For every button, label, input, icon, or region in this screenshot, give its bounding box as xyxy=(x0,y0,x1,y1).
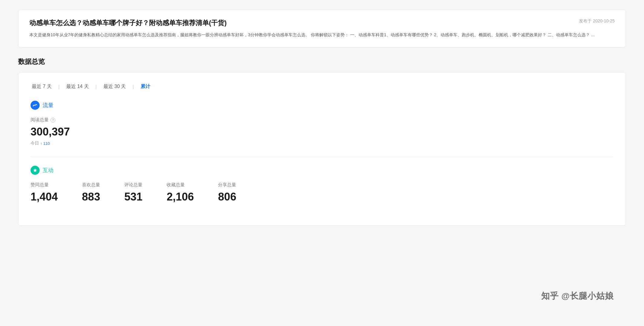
favorites-metric: 喜欢总量 883 xyxy=(82,182,100,203)
article-desc: 本文是健身10年从业7年的健身私教精心总结的家用动感单车怎么选及推荐指南，腿姐将… xyxy=(29,31,615,39)
reads-value: 300,397 xyxy=(31,125,70,138)
filter-7days[interactable]: 最近 7 天 xyxy=(31,83,53,90)
interaction-metrics-row: 赞同总量 1,404 喜欢总量 883 评论总量 531 收藏总量 2,106 … xyxy=(31,182,613,203)
data-card: 最近 7 天 | 最近 14 天 | 最近 30 天 | 累计 流量 xyxy=(18,72,626,225)
reads-trend: ↑ 110 xyxy=(40,141,50,146)
shares-value: 806 xyxy=(218,190,236,203)
collects-label: 收藏总量 xyxy=(167,182,194,188)
article-title[interactable]: 动感单车怎么选？动感单车哪个牌子好？附动感单车推荐清单(干货) xyxy=(29,18,567,28)
reads-metric: 阅读总量 ? 300,397 今日 ↑ 110 xyxy=(31,117,70,146)
comments-metric: 评论总量 531 xyxy=(124,182,142,203)
svg-point-0 xyxy=(33,106,34,106)
comments-label: 评论总量 xyxy=(124,182,142,188)
sep-1: | xyxy=(58,84,60,90)
likes-metric: 赞同总量 1,404 xyxy=(31,182,58,203)
article-header: 动感单车怎么选？动感单车哪个牌子好？附动感单车推荐清单(干货) 发布于 2020… xyxy=(29,18,615,28)
reads-label: 阅读总量 ? xyxy=(31,117,70,123)
shares-label: 分享总量 xyxy=(218,182,236,188)
likes-label: 赞同总量 xyxy=(31,182,58,188)
traffic-icon xyxy=(31,101,40,110)
traffic-header: 流量 xyxy=(31,101,613,110)
favorites-value: 883 xyxy=(82,190,100,203)
watermark: 知乎 @长腿小姑娘 xyxy=(541,290,614,302)
filter-cumulative[interactable]: 累计 xyxy=(139,83,151,90)
collects-value: 2,106 xyxy=(167,190,194,203)
article-card: 动感单车怎么选？动感单车哪个牌子好？附动感单车推荐清单(干货) 发布于 2020… xyxy=(18,10,626,47)
reads-today: 今日 ↑ 110 xyxy=(31,141,70,146)
interaction-icon xyxy=(31,166,40,175)
traffic-section: 流量 阅读总量 ? 300,397 今日 ↑ 110 xyxy=(31,101,613,146)
comments-value: 531 xyxy=(124,190,142,203)
favorites-label: 喜欢总量 xyxy=(82,182,100,188)
interaction-section: 互动 赞同总量 1,404 喜欢总量 883 评论总量 531 收藏总量 2,1… xyxy=(31,166,613,203)
reads-help-icon[interactable]: ? xyxy=(50,118,55,122)
filter-30days[interactable]: 最近 30 天 xyxy=(102,83,127,90)
shares-metric: 分享总量 806 xyxy=(218,182,236,203)
traffic-metrics-row: 阅读总量 ? 300,397 今日 ↑ 110 xyxy=(31,117,613,146)
sep-3: | xyxy=(132,84,134,90)
interaction-header: 互动 xyxy=(31,166,613,175)
section-title: 数据总览 xyxy=(18,57,626,66)
interaction-label[interactable]: 互动 xyxy=(43,167,54,174)
time-filter: 最近 7 天 | 最近 14 天 | 最近 30 天 | 累计 xyxy=(31,83,613,90)
section-divider xyxy=(31,157,613,157)
likes-value: 1,404 xyxy=(31,190,58,203)
collects-metric: 收藏总量 2,106 xyxy=(167,182,194,203)
article-date: 发布于 2020-10-25 xyxy=(579,18,615,24)
filter-14days[interactable]: 最近 14 天 xyxy=(65,83,90,90)
sep-2: | xyxy=(96,84,97,90)
svg-marker-1 xyxy=(33,168,37,172)
traffic-label[interactable]: 流量 xyxy=(43,102,54,109)
